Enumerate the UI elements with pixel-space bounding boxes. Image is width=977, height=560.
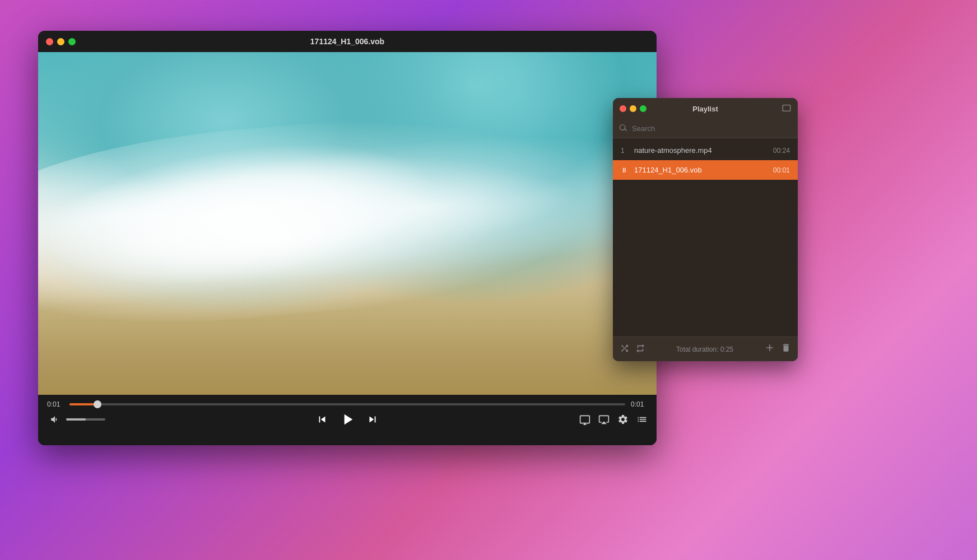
play-icon: [338, 410, 356, 428]
controls-bar: 0:01 0:01: [38, 395, 657, 445]
add-button[interactable]: [764, 342, 775, 356]
magnifier-icon: [620, 124, 627, 132]
right-controls: [579, 414, 648, 425]
play-pause-button[interactable]: [338, 410, 356, 428]
airplay-icon: [598, 414, 610, 425]
playlist-items: 1 nature-atmosphere.mp4 00:24 ⏸ 171124_H…: [613, 138, 798, 337]
item-duration-1: 00:24: [773, 147, 790, 155]
airplay-button[interactable]: [598, 414, 610, 425]
traffic-lights: [46, 38, 76, 45]
close-button[interactable]: [46, 38, 53, 45]
player-title: 171124_H1_006.vob: [310, 37, 384, 46]
delete-button[interactable]: [781, 343, 791, 356]
video-content: [38, 52, 657, 395]
volume-slider[interactable]: [66, 418, 105, 421]
pause-icon: ⏸: [621, 166, 629, 174]
playlist-title: Playlist: [692, 105, 718, 113]
minimize-button[interactable]: [57, 38, 64, 45]
playlist-window: Playlist 1 nature-atmosphere.mp4 00:: [613, 98, 798, 361]
player-titlebar: 171124_H1_006.vob: [38, 31, 657, 52]
video-area[interactable]: [38, 52, 657, 395]
volume-icon: [50, 414, 60, 424]
playlist-item-2[interactable]: ⏸ 171124_H1_006.vob 00:01: [613, 160, 798, 180]
shuffle-icon: [620, 343, 630, 353]
total-time: 0:01: [631, 400, 648, 408]
controls-main: [47, 412, 648, 427]
playlist-screen-icon[interactable]: [782, 104, 791, 114]
maximize-button[interactable]: [68, 38, 76, 45]
progress-row: 0:01 0:01: [47, 400, 648, 408]
playlist-titlebar: Playlist: [613, 98, 798, 119]
shuffle-button[interactable]: [620, 343, 630, 356]
playlist-icon: [636, 414, 648, 425]
total-duration: Total duration: 0:25: [651, 346, 759, 353]
item-duration-2: 00:01: [773, 166, 790, 174]
screen-small-icon: [782, 104, 791, 113]
settings-button[interactable]: [617, 414, 629, 425]
playlist-button[interactable]: [636, 414, 648, 425]
playlist-close-button[interactable]: [620, 105, 626, 112]
player-window: 171124_H1_006.vob 0:01 0:01: [38, 31, 657, 445]
repeat-button[interactable]: [635, 343, 645, 356]
volume-button[interactable]: [47, 412, 63, 427]
skip-back-icon: [316, 413, 328, 426]
playlist-minimize-button[interactable]: [630, 105, 636, 112]
progress-bar[interactable]: [69, 403, 625, 405]
trash-icon: [781, 343, 791, 353]
screen-icon: [579, 414, 590, 425]
playlist-maximize-button[interactable]: [640, 105, 646, 112]
screen-button[interactable]: [579, 414, 590, 425]
previous-button[interactable]: [316, 413, 328, 426]
add-icon: [764, 342, 775, 353]
playlist-item-1[interactable]: 1 nature-atmosphere.mp4 00:24: [613, 141, 798, 160]
search-bar: [613, 119, 798, 138]
progress-thumb: [94, 400, 101, 408]
next-button[interactable]: [366, 413, 379, 426]
left-controls: [47, 412, 105, 427]
item-index-1: 1: [621, 147, 629, 155]
desktop: 171124_H1_006.vob 0:01 0:01: [0, 0, 977, 560]
search-icon: [620, 124, 627, 133]
playlist-footer: Total duration: 0:25: [613, 337, 798, 361]
search-input[interactable]: [632, 124, 791, 133]
current-time: 0:01: [47, 400, 64, 408]
item-name-2: 171124_H1_006.vob: [634, 166, 767, 174]
repeat-icon: [635, 343, 645, 353]
skip-forward-icon: [366, 413, 379, 426]
playlist-traffic-lights: [620, 105, 646, 112]
gear-icon: [617, 414, 629, 425]
item-name-1: nature-atmosphere.mp4: [634, 146, 767, 155]
center-controls: [316, 410, 379, 428]
progress-fill: [69, 403, 97, 405]
